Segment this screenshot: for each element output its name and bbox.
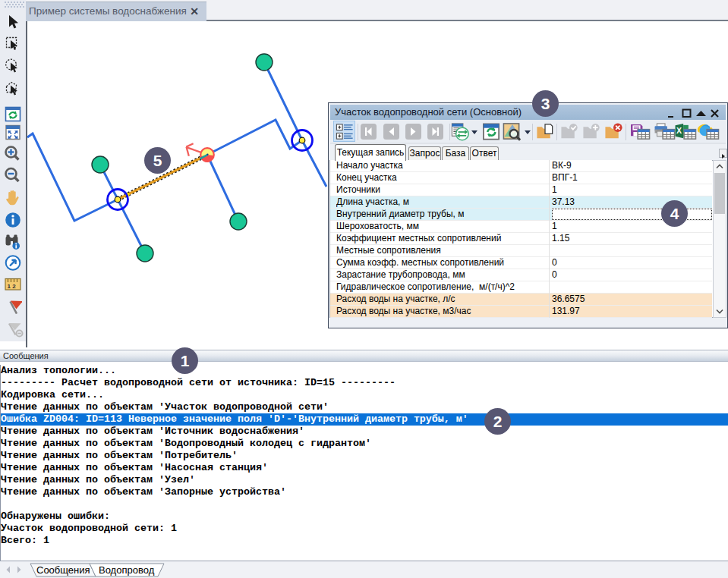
svg-text:1 2: 1 2 [8,283,17,290]
svg-text:Сообщения: Сообщения [36,564,90,576]
svg-text:Водопровод: Водопровод [99,564,155,576]
svg-text:X: X [676,126,682,135]
